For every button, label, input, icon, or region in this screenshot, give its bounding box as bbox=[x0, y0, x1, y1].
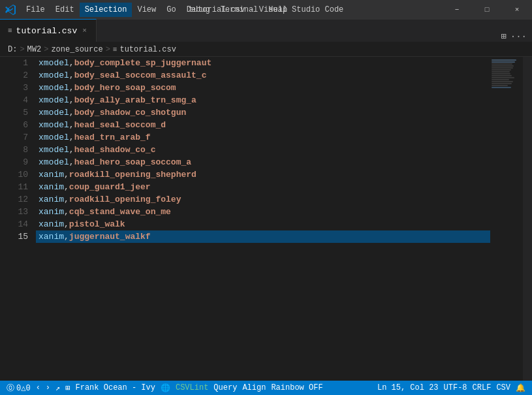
git-status: 0△0 bbox=[16, 383, 31, 393]
code-line-13[interactable]: xanim,cqb_stand_wave_on_me bbox=[36, 206, 490, 218]
line-number-7: 7 bbox=[0, 131, 36, 144]
tab-bar: ≡ tutorial.csv × ⊞ ··· bbox=[0, 20, 532, 42]
line-number-9: 9 bbox=[0, 156, 36, 168]
line-number-14: 14 bbox=[0, 218, 36, 230]
menu-debug[interactable]: Debug bbox=[181, 3, 215, 17]
breadcrumb-file[interactable]: tutorial.csv bbox=[119, 45, 176, 54]
line-number-12: 12 bbox=[0, 193, 36, 206]
breadcrumb-sep-1: > bbox=[20, 45, 24, 54]
code-line-4[interactable]: xmodel,body_ally_arab_trn_smg_a bbox=[36, 94, 490, 106]
grid-icon: ⊞ bbox=[65, 383, 70, 393]
line-number-empty-3 bbox=[0, 264, 36, 271]
maximize-button[interactable]: □ bbox=[472, 0, 502, 20]
code-line-8[interactable]: xmodel,head_shadow_co_c bbox=[36, 144, 490, 156]
status-bell[interactable]: 🔔 bbox=[513, 381, 528, 395]
code-line-1[interactable]: xmodel,body_complete_sp_juggernaut bbox=[36, 57, 490, 69]
line-number-empty-17 bbox=[0, 360, 36, 367]
status-nav-next[interactable]: › bbox=[43, 381, 53, 395]
breadcrumb-drive[interactable]: D: bbox=[8, 45, 17, 54]
vertical-scrollbar[interactable] bbox=[523, 57, 532, 381]
line-number-empty-8 bbox=[0, 298, 36, 305]
close-button[interactable]: × bbox=[502, 0, 532, 20]
window-controls: − □ × bbox=[442, 0, 532, 20]
code-line-12[interactable]: xanim,roadkill_opening_foley bbox=[36, 193, 490, 206]
code-line-14[interactable]: xanim,pistol_walk bbox=[36, 218, 490, 230]
line-number-empty-5 bbox=[0, 277, 36, 285]
breadcrumb-sep-3: > bbox=[106, 45, 110, 54]
code-line-15[interactable]: xanim,juggernaut_walkf bbox=[36, 230, 490, 243]
title-bar-left: File Edit Selection View Go Debug Termin… bbox=[5, 3, 292, 17]
status-globe[interactable]: 🌐 bbox=[158, 381, 173, 395]
globe-icon: 🌐 bbox=[161, 383, 170, 393]
menu-go[interactable]: Go bbox=[161, 3, 181, 17]
code-line-9[interactable]: xmodel,head_hero_soap_soccom_a bbox=[36, 156, 490, 168]
code-line-2[interactable]: xmodel,body_seal_soccom_assault_c bbox=[36, 69, 490, 82]
encoding-label: UTF-8 bbox=[444, 383, 467, 392]
code-line-11[interactable]: xanim,coup_guard1_jeer bbox=[36, 181, 490, 193]
csvlint-label: CSVLint bbox=[176, 383, 208, 392]
status-align[interactable]: Align bbox=[240, 381, 268, 395]
status-bar-right: Ln 15, Col 23 UTF-8 CRLF CSV 🔔 bbox=[375, 381, 528, 395]
code-content[interactable]: xmodel,body_complete_sp_juggernautxmodel… bbox=[36, 57, 490, 381]
menu-terminal[interactable]: Terminal bbox=[215, 3, 264, 17]
csv-file-icon: ≡ bbox=[8, 27, 12, 35]
line-number-13: 13 bbox=[0, 206, 36, 218]
status-bar-left: ⓪ 0△0 ‹ › ↗ ⊞ Frank Ocean - Ivy 🌐 CSVLin… bbox=[4, 381, 326, 395]
query-label: Query bbox=[213, 383, 237, 392]
minimap-line bbox=[492, 81, 513, 82]
minimap-line bbox=[492, 61, 515, 63]
status-broadcast[interactable]: ↗ bbox=[53, 381, 63, 395]
minimap-line bbox=[492, 85, 508, 86]
code-line-6[interactable]: xmodel,head_seal_soccom_d bbox=[36, 119, 490, 131]
split-editor-icon[interactable]: ⊞ bbox=[501, 31, 506, 42]
minimap-line bbox=[492, 69, 511, 71]
breadcrumb: D: > MW2 > zone_source > ≡ tutorial.csv bbox=[0, 42, 532, 57]
line-number-empty-11 bbox=[0, 319, 36, 326]
breadcrumb-mw2[interactable]: MW2 bbox=[27, 45, 42, 54]
line-number-empty-13 bbox=[0, 332, 36, 340]
minimap-line bbox=[492, 59, 516, 61]
status-grid[interactable]: ⊞ bbox=[63, 381, 72, 395]
line-number-empty-14 bbox=[0, 340, 36, 347]
code-line-5[interactable]: xmodel,body_shadow_co_shotgun bbox=[36, 106, 490, 119]
menu-selection[interactable]: Selection bbox=[80, 3, 133, 17]
tab-tutorial-csv[interactable]: ≡ tutorial.csv × bbox=[0, 19, 97, 42]
status-filetype[interactable]: CSV bbox=[493, 381, 513, 395]
line-number-6: 6 bbox=[0, 119, 36, 131]
tab-close-button[interactable]: × bbox=[81, 25, 88, 36]
tab-bar-actions: ⊞ ··· bbox=[501, 31, 532, 42]
line-number-empty-9 bbox=[0, 305, 36, 312]
line-number-empty-4 bbox=[0, 270, 36, 277]
status-bar: ⓪ 0△0 ‹ › ↗ ⊞ Frank Ocean - Ivy 🌐 CSVLin… bbox=[0, 381, 532, 395]
status-position[interactable]: Ln 15, Col 23 bbox=[375, 381, 441, 395]
code-line-10[interactable]: xanim,roadkill_opening_shepherd bbox=[36, 168, 490, 181]
menu-edit[interactable]: Edit bbox=[50, 3, 80, 17]
vscode-logo-icon bbox=[5, 5, 16, 15]
line-number-15: 15 bbox=[0, 230, 36, 243]
more-actions-icon[interactable]: ··· bbox=[510, 31, 527, 42]
status-music[interactable]: Frank Ocean - Ivy bbox=[73, 381, 158, 395]
status-git[interactable]: ⓪ 0△0 bbox=[4, 381, 33, 395]
status-encoding[interactable]: UTF-8 bbox=[441, 381, 470, 395]
status-eol[interactable]: CRLF bbox=[470, 381, 494, 395]
title-bar: File Edit Selection View Go Debug Termin… bbox=[0, 0, 532, 20]
status-csvlint[interactable]: CSVLint bbox=[173, 381, 211, 395]
status-query[interactable]: Query bbox=[211, 381, 240, 395]
menu-bar: File Edit Selection View Go Debug Termin… bbox=[21, 3, 292, 17]
menu-view[interactable]: View bbox=[132, 3, 161, 17]
align-label: Align bbox=[242, 383, 266, 392]
minimap-line bbox=[492, 83, 512, 84]
line-number-4: 4 bbox=[0, 94, 36, 106]
breadcrumb-zone-source[interactable]: zone_source bbox=[51, 45, 102, 54]
menu-help[interactable]: Help bbox=[263, 3, 292, 17]
minimize-button[interactable]: − bbox=[442, 0, 472, 20]
status-nav-prev[interactable]: ‹ bbox=[33, 381, 43, 395]
code-line-7[interactable]: xmodel,head_trn_arab_f bbox=[36, 131, 490, 144]
code-line-3[interactable]: xmodel,body_hero_soap_socom bbox=[36, 82, 490, 94]
minimap-line bbox=[492, 77, 514, 78]
line-number-empty-16 bbox=[0, 353, 36, 360]
status-rainbow[interactable]: Rainbow OFF bbox=[268, 381, 325, 395]
menu-file[interactable]: File bbox=[21, 3, 50, 17]
line-number-empty-10 bbox=[0, 311, 36, 319]
broadcast-icon: ↗ bbox=[55, 383, 60, 393]
